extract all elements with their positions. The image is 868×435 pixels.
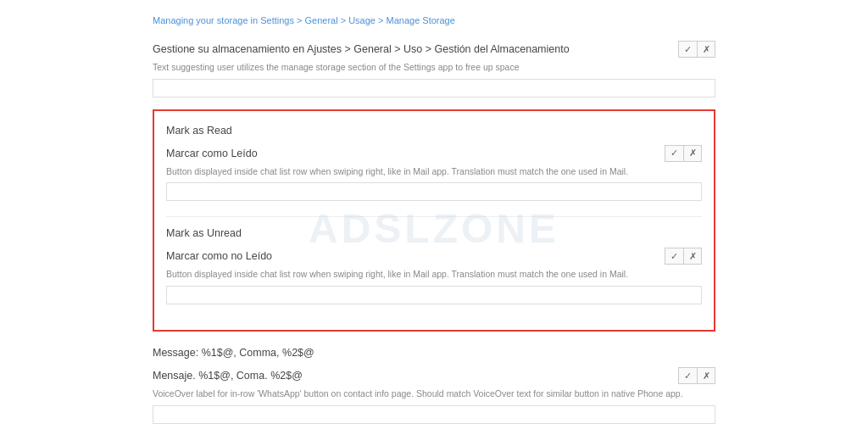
breadcrumb-sep-2: > (341, 15, 348, 25)
mark-as-read-section-label: Mark as Read (166, 125, 702, 137)
message-section: Message: %1$@, Comma, %2$@ Mensaje. %1$@… (153, 347, 715, 424)
mark-as-read-input[interactable] (166, 182, 702, 201)
storage-input[interactable] (153, 79, 715, 98)
mark-as-read-confirm-button[interactable]: ✓ (665, 145, 683, 162)
storage-confirm-button[interactable]: ✓ (678, 41, 697, 58)
mark-as-unread-cancel-button[interactable]: ✗ (683, 248, 702, 265)
storage-description: Text suggesting user utilizes the manage… (153, 61, 715, 74)
storage-section: Gestione su almacenamiento en Ajustes > … (153, 41, 715, 98)
message-item: Mensaje. %1$@, Coma. %2$@ ✓ ✗ VoiceOver … (153, 367, 715, 424)
mark-as-unread-header: Marcar como no Leído ✓ ✗ (166, 248, 702, 265)
breadcrumb: Managing your storage in Settings > Gene… (153, 15, 715, 25)
message-item-header: Mensaje. %1$@, Coma. %2$@ ✓ ✗ (153, 367, 715, 384)
mark-as-unread-section-label: Mark as Unread (166, 227, 702, 239)
mark-as-read-header: Marcar como Leído ✓ ✗ (166, 145, 702, 162)
mark-as-unread-confirm-button[interactable]: ✓ (665, 248, 683, 265)
message-section-label: Message: %1$@, Comma, %2$@ (153, 347, 715, 359)
message-confirm-button[interactable]: ✓ (678, 367, 697, 384)
breadcrumb-link-manage-storage[interactable]: Manage Storage (387, 15, 455, 25)
breadcrumb-sep-3: > (378, 15, 386, 25)
breadcrumb-link-managing[interactable]: Managing your storage in Settings (153, 15, 294, 25)
mark-as-unread-item: Marcar como no Leído ✓ ✗ Button displaye… (166, 248, 702, 304)
mark-as-read-action-buttons: ✓ ✗ (665, 145, 702, 162)
message-input[interactable] (153, 405, 715, 424)
storage-cancel-button[interactable]: ✗ (697, 41, 715, 58)
mark-as-unread-description: Button displayed inside chat list row wh… (166, 268, 702, 281)
storage-item-header: Gestione su almacenamiento en Ajustes > … (153, 41, 715, 58)
mark-as-read-item: Marcar como Leído ✓ ✗ Button displayed i… (166, 145, 702, 202)
group-divider (166, 216, 702, 217)
page-container: ADSLZONE Managing your storage in Settin… (0, 0, 868, 435)
mark-as-read-title: Marcar como Leído (166, 148, 258, 159)
mark-as-unread-section: Mark as Unread Marcar como no Leído ✓ ✗ … (166, 227, 702, 304)
message-cancel-button[interactable]: ✗ (697, 367, 715, 384)
storage-item-title: Gestione su almacenamiento en Ajustes > … (153, 43, 570, 55)
storage-translation-item: Gestione su almacenamiento en Ajustes > … (153, 41, 715, 98)
mark-as-read-description: Button displayed inside chat list row wh… (166, 165, 702, 178)
breadcrumb-link-general[interactable]: General (304, 15, 337, 25)
mark-as-read-cancel-button[interactable]: ✗ (683, 145, 702, 162)
mark-as-unread-title: Marcar como no Leído (166, 250, 272, 262)
message-item-title: Mensaje. %1$@, Coma. %2$@ (153, 370, 303, 382)
content-area: Managing your storage in Settings > Gene… (0, 0, 868, 435)
mark-as-read-section: Mark as Read Marcar como Leído ✓ ✗ Butto… (166, 125, 702, 202)
breadcrumb-text: Managing your storage in Settings > Gene… (153, 15, 455, 25)
mark-as-unread-input[interactable] (166, 286, 702, 304)
highlighted-group: Mark as Read Marcar como Leído ✓ ✗ Butto… (153, 109, 715, 332)
breadcrumb-link-usage[interactable]: Usage (348, 15, 376, 25)
message-action-buttons: ✓ ✗ (678, 367, 715, 384)
message-description: VoiceOver label for in-row 'WhatsApp' bu… (153, 388, 715, 400)
mark-as-unread-action-buttons: ✓ ✗ (665, 248, 702, 265)
storage-action-buttons: ✓ ✗ (678, 41, 715, 58)
